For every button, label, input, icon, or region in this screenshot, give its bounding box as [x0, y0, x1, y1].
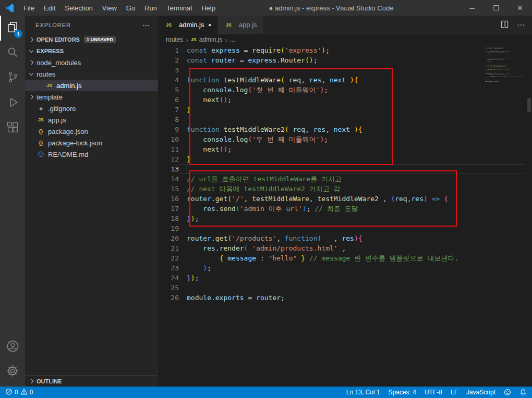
encoding[interactable]: UTF-8	[425, 389, 442, 396]
problems-indicator[interactable]: 0 0	[5, 388, 33, 397]
chevron-right-icon	[29, 60, 33, 65]
menu-go[interactable]: Go	[122, 0, 140, 16]
code-line-5: 5 console.log('첫 번 째 미들웨어');	[158, 85, 532, 95]
line-number: 11	[158, 144, 179, 154]
menu-selection[interactable]: Selection	[60, 0, 97, 16]
code-line-12: 12}	[158, 154, 532, 164]
line-number: 16	[158, 194, 179, 204]
editor-group: JSadmin.js●JSapp.js ⋯ routes › JS admin.…	[158, 16, 532, 387]
minimize-button[interactable]: ─	[460, 0, 484, 16]
notifications-bell-icon[interactable]	[519, 389, 527, 396]
maximize-button[interactable]: ☐	[484, 0, 508, 16]
eol-selector[interactable]: LF	[451, 389, 458, 396]
account-icon	[6, 339, 20, 355]
code-line-19: 19	[158, 223, 532, 233]
tree-item-package.json[interactable]: {}package.json	[25, 126, 158, 137]
sidebar: EXPLORER ⋯ OPEN EDITORS 1 UNSAVED EXPRES…	[25, 16, 158, 387]
tree-item-admin.js[interactable]: JSadmin.js	[25, 80, 158, 91]
cursor-position[interactable]: Ln 13, Col 1	[346, 389, 380, 396]
activity-bar: 1	[0, 16, 25, 387]
tree-item-template[interactable]: template	[25, 91, 158, 103]
open-editors-header[interactable]: OPEN EDITORS 1 UNSAVED	[25, 34, 158, 45]
code-line-6: 6 next();	[158, 95, 532, 105]
activity-settings[interactable]	[0, 359, 25, 384]
window-title: ● admin.js - express - Visual Studio Cod…	[209, 4, 454, 12]
unsaved-badge: 1 UNSAVED	[84, 36, 116, 43]
project-header[interactable]: EXPRESS	[25, 45, 158, 57]
breadcrumb: routes › JS admin.js › ...	[158, 34, 532, 45]
menu-view[interactable]: View	[98, 0, 122, 16]
activity-account[interactable]	[0, 334, 25, 359]
error-count: 0	[15, 389, 18, 396]
code-line-8: 8	[158, 115, 532, 125]
menu-file[interactable]: File	[19, 0, 39, 16]
json-file-icon: {}	[37, 129, 45, 134]
line-number: 12	[158, 154, 179, 164]
line-number: 8	[158, 115, 179, 125]
git-file-icon: ◆	[37, 106, 45, 111]
file-tree: node_modulesroutesJSadmin.jstemplate◆.gi…	[25, 57, 158, 160]
code-lines: 1const express = require('express');2con…	[158, 45, 532, 303]
text-cursor	[187, 165, 187, 173]
menu-terminal[interactable]: Terminal	[162, 0, 197, 16]
tab-bar: JSadmin.js●JSapp.js ⋯	[158, 16, 532, 34]
tab-label: app.js	[239, 21, 257, 29]
menu-edit[interactable]: Edit	[39, 0, 60, 16]
tree-item-README.md[interactable]: ⓘREADME.md	[25, 148, 158, 160]
js-file-icon: JS	[224, 22, 233, 28]
code-line-3: 3	[158, 65, 532, 75]
breadcrumb-more[interactable]: ...	[230, 36, 235, 43]
title-bar: FileEditSelectionViewGoRunTerminalHelp ●…	[0, 0, 532, 16]
activity-run-debug[interactable]	[0, 91, 25, 116]
feedback-icon[interactable]	[504, 389, 511, 396]
tree-item-app.js[interactable]: JSapp.js	[25, 114, 158, 126]
code-line-15: 15// next 다음에 testMiddleWare2 거치고 감	[158, 184, 532, 194]
chevron-separator-icon: ›	[225, 36, 227, 44]
close-button[interactable]: ✕	[508, 0, 532, 16]
line-number: 23	[158, 263, 179, 273]
code-line-16: 16router.get('/', testMiddleWare, testMi…	[158, 194, 532, 204]
tree-item-label: app.js	[48, 116, 66, 124]
editor-more-actions-icon[interactable]: ⋯	[517, 20, 525, 30]
code-line-22: 22 { message : "hello" } // message 란 변수…	[158, 253, 532, 263]
tab-app.js[interactable]: JSapp.js	[218, 16, 264, 34]
tree-item-.gitignore[interactable]: ◆.gitignore	[25, 103, 158, 114]
tree-item-label: package.json	[48, 128, 88, 135]
language-mode[interactable]: JavaScript	[466, 389, 495, 396]
explorer-badge: 1	[14, 30, 22, 38]
code-line-13: 13	[158, 164, 532, 174]
tree-item-package-lock.json[interactable]: {}package-lock.json	[25, 137, 158, 148]
line-number: 2	[158, 55, 179, 65]
line-number: 7	[158, 105, 179, 115]
breadcrumb-routes[interactable]: routes	[166, 36, 183, 43]
activity-explorer[interactable]: 1	[0, 16, 25, 41]
open-editors-label: OPEN EDITORS	[37, 36, 80, 43]
activity-extensions[interactable]	[0, 116, 25, 141]
breadcrumb-admin-js[interactable]: admin.js	[199, 36, 223, 43]
scrollbar-marker[interactable]	[527, 98, 531, 112]
code-line-1: 1const express = require('express');	[158, 45, 532, 55]
outline-header[interactable]: OUTLINE	[25, 375, 158, 387]
status-bar: 0 0 Ln 13, Col 1 Spaces: 4 UTF-8 LF Java…	[0, 387, 532, 398]
run-debug-play-icon	[6, 96, 19, 111]
chevron-separator-icon: ›	[186, 36, 188, 44]
line-number: 13	[158, 164, 179, 174]
tree-item-routes[interactable]: routes	[25, 68, 158, 80]
tab-admin.js[interactable]: JSadmin.js●	[158, 16, 218, 34]
tree-item-label: admin.js	[56, 82, 81, 90]
line-number: 14	[158, 174, 179, 184]
activity-source-control[interactable]	[0, 66, 25, 91]
split-editor-icon[interactable]	[501, 20, 509, 30]
tree-item-node_modules[interactable]: node_modules	[25, 57, 158, 68]
menu-help[interactable]: Help	[197, 0, 220, 16]
activity-search[interactable]	[0, 41, 25, 66]
editor[interactable]: 1const express = require('express');2con…	[158, 45, 532, 387]
minimap[interactable]: const express = require('express');const…	[485, 46, 527, 151]
outline-label: OUTLINE	[37, 378, 62, 384]
line-number: 10	[158, 134, 179, 144]
menu-run[interactable]: Run	[140, 0, 162, 16]
tree-item-label: package-lock.json	[48, 139, 102, 147]
more-actions-icon[interactable]: ⋯	[142, 21, 150, 29]
tab-list: JSadmin.js●JSapp.js	[158, 16, 264, 34]
indentation[interactable]: Spaces: 4	[389, 389, 416, 396]
